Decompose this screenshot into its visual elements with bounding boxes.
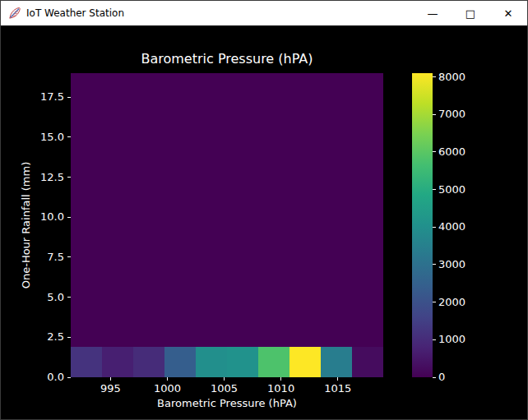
x-tick-label: 995: [90, 382, 131, 395]
x-tick-label: 1000: [146, 382, 188, 395]
heatmap-cell: [289, 256, 321, 286]
titlebar[interactable]: IoT Weather Station — □ ✕: [1, 1, 527, 25]
colorbar-tick-label: 5000: [438, 183, 465, 196]
heatmap-cell: [258, 286, 289, 316]
heatmap-cell: [164, 225, 196, 256]
figure-canvas: Barometric Pressure (hPA) Barometric Pre…: [1, 25, 528, 420]
minimize-button[interactable]: —: [414, 1, 452, 25]
y-tick-mark: [67, 297, 71, 298]
heatmap-cell: [289, 134, 321, 164]
heatmap-cell: [196, 164, 227, 195]
heatmap-cell: [133, 286, 164, 316]
heatmap-cell: [196, 104, 227, 134]
y-tick-mark: [67, 256, 71, 257]
heatmap-cell: [227, 286, 258, 316]
heatmap-cell: [102, 104, 133, 134]
heatmap-cell: [227, 225, 258, 256]
heatmap-cell: [71, 286, 102, 316]
colorbar-tick-mark: [433, 227, 436, 228]
heatmap-cell: [227, 73, 258, 104]
heatmap-cell: [102, 286, 133, 316]
heatmap-cell: [352, 347, 383, 377]
heatmap-cell: [133, 104, 164, 134]
y-tick-mark: [67, 97, 71, 98]
maximize-button[interactable]: □: [452, 1, 489, 25]
x-tick-label: 1005: [204, 382, 245, 395]
heatmap-cell: [258, 134, 289, 164]
heatmap-cell: [196, 73, 227, 104]
x-tick-mark: [337, 377, 338, 381]
heatmap-cell: [321, 256, 352, 286]
heatmap-cell: [102, 164, 133, 195]
x-tick-mark: [280, 377, 281, 381]
colorbar-tick-mark: [433, 114, 436, 115]
x-tick-label: 1015: [317, 382, 359, 395]
heatmap-cell: [71, 225, 102, 256]
heatmap-cell: [258, 225, 289, 256]
plot-title: Barometric Pressure (hPA): [71, 51, 383, 67]
heatmap-cell: [227, 256, 258, 286]
app-icon[interactable]: [8, 7, 21, 20]
heatmap-cell: [352, 286, 383, 316]
heatmap-cell: [321, 286, 352, 316]
heatmap-cell: [321, 225, 352, 256]
heatmap-cell: [258, 256, 289, 286]
heatmap-cell: [258, 164, 289, 195]
y-tick-label: 15.0: [28, 131, 64, 143]
heatmap-cell: [352, 316, 383, 347]
colorbar-tick-label: 0: [438, 371, 445, 383]
colorbar-tick-mark: [433, 339, 436, 340]
x-tick-label: 1010: [261, 382, 302, 395]
app-window: IoT Weather Station — □ ✕ Barometric Pre…: [0, 0, 528, 420]
feather-icon: [8, 7, 21, 20]
heatmap-cell: [164, 347, 196, 377]
heatmap-cell: [227, 164, 258, 195]
heatmap-cell: [352, 195, 383, 225]
heatmap-cell: [133, 73, 164, 104]
y-tick-label: 17.5: [28, 90, 64, 103]
colorbar-tick-label: 2000: [438, 296, 465, 308]
colorbar-tick-mark: [433, 377, 436, 378]
heatmap-cell: [164, 73, 196, 104]
x-tick-mark: [167, 377, 168, 381]
heatmap-cell: [102, 316, 133, 347]
heatmap-cell: [71, 73, 102, 104]
y-tick-label: 10.0: [28, 210, 64, 223]
heatmap-cell: [227, 134, 258, 164]
heatmap-cell: [227, 195, 258, 225]
x-tick-mark: [224, 377, 225, 381]
heatmap-cell: [352, 134, 383, 164]
heatmap-cell: [102, 347, 133, 377]
colorbar-tick-mark: [433, 151, 436, 152]
heatmap-cell: [71, 104, 102, 134]
heatmap-cell: [196, 286, 227, 316]
close-button[interactable]: ✕: [489, 1, 527, 25]
y-tick-label: 0.0: [28, 371, 64, 383]
heatmap-cell: [196, 195, 227, 225]
heatmap-cell: [258, 347, 289, 377]
window-title: IoT Weather Station: [26, 7, 124, 19]
heatmap-cell: [352, 256, 383, 286]
y-tick-mark: [67, 217, 71, 218]
colorbar-tick-label: 7000: [438, 108, 465, 120]
heatmap-cell: [352, 73, 383, 104]
heatmap-cell: [133, 134, 164, 164]
heatmap-cell: [321, 195, 352, 225]
heatmap-cell: [102, 134, 133, 164]
heatmap-cell: [321, 104, 352, 134]
window-controls: — □ ✕: [414, 1, 527, 25]
heatmap-cell: [321, 134, 352, 164]
heatmap-cell: [227, 316, 258, 347]
heatmap-cell: [164, 164, 196, 195]
heatmap-cell: [102, 195, 133, 225]
colorbar-tick-mark: [433, 189, 436, 190]
heatmap-cell: [71, 347, 102, 377]
heatmap-cell: [352, 225, 383, 256]
colorbar-tick-label: 1000: [438, 333, 465, 345]
y-tick-mark: [67, 377, 71, 378]
heatmap-cell: [133, 195, 164, 225]
colorbar-tick-mark: [433, 76, 436, 77]
heatmap-axes: [71, 73, 383, 377]
heatmap-cell: [196, 256, 227, 286]
heatmap-cell: [71, 195, 102, 225]
